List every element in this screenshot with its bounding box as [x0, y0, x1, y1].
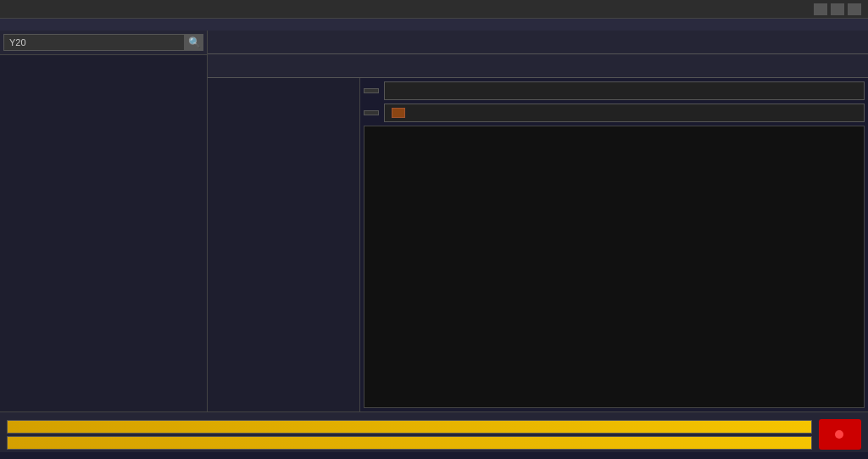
options-panel — [208, 78, 360, 411]
usb-label — [364, 88, 379, 93]
com-row — [364, 104, 865, 122]
progress-fill-2 — [8, 437, 811, 449]
progress-bar-1 — [7, 420, 812, 434]
close-button[interactable] — [848, 3, 861, 15]
left-panel: 🔍 — [0, 31, 208, 411]
search-bar: 🔍 — [0, 31, 207, 55]
stop-button[interactable] — [819, 419, 861, 450]
progress-section — [7, 420, 812, 450]
log-area[interactable] — [364, 126, 865, 408]
com-icon — [392, 108, 405, 118]
progress-bar-2 — [7, 436, 812, 450]
top-toolbar — [208, 31, 868, 54]
progress-row-2 — [7, 436, 812, 450]
info-panel — [360, 78, 868, 411]
brands-section — [0, 19, 868, 31]
progress-row-1 — [7, 420, 812, 434]
com-value — [384, 104, 865, 122]
maximize-button[interactable] — [831, 3, 844, 15]
minimize-button[interactable] — [814, 3, 827, 15]
title-bar — [0, 0, 868, 19]
progress-fill-1 — [8, 421, 811, 433]
full-bottom — [7, 419, 861, 450]
bottom-bar — [0, 411, 868, 452]
device-list — [0, 55, 207, 411]
search-button[interactable]: 🔍 — [185, 34, 203, 51]
stop-dot-icon — [835, 430, 843, 439]
search-input[interactable] — [3, 34, 185, 51]
usb-row — [364, 81, 865, 100]
right-panel — [208, 31, 868, 411]
com-label — [364, 110, 379, 115]
main-layout: 🔍 — [0, 31, 868, 411]
usb-value — [384, 81, 865, 100]
tabs-bar — [208, 54, 868, 78]
content-area — [208, 78, 868, 411]
title-controls — [814, 3, 861, 15]
